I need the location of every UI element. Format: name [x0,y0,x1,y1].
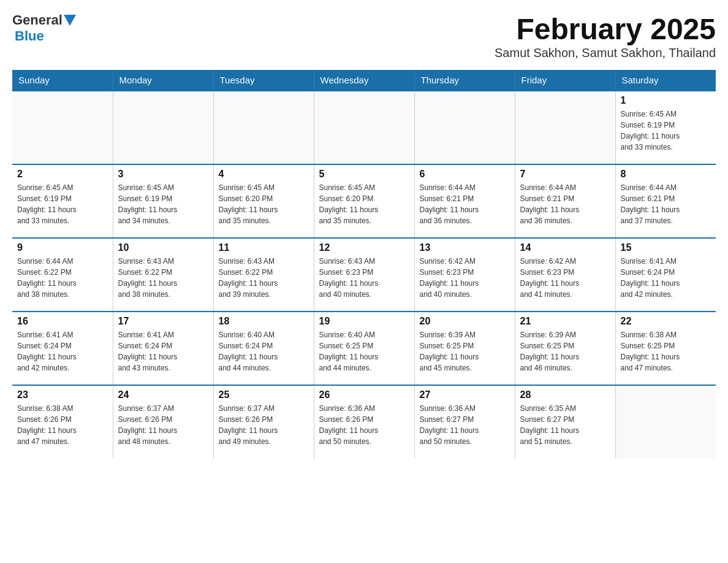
weekday-header-sunday: Sunday [12,70,113,91]
day-info: Sunrise: 6:45 AM Sunset: 6:19 PM Dayligh… [621,109,711,153]
day-cell: 5Sunrise: 6:45 AM Sunset: 6:20 PM Daylig… [314,164,414,238]
day-info: Sunrise: 6:37 AM Sunset: 6:26 PM Dayligh… [118,403,208,447]
day-cell: 11Sunrise: 6:43 AM Sunset: 6:22 PM Dayli… [213,238,314,312]
day-cell: 22Sunrise: 6:38 AM Sunset: 6:25 PM Dayli… [615,312,716,385]
day-info: Sunrise: 6:37 AM Sunset: 6:26 PM Dayligh… [219,403,309,447]
day-number: 10 [118,242,208,253]
day-cell: 19Sunrise: 6:40 AM Sunset: 6:25 PM Dayli… [314,312,414,385]
day-cell: 3Sunrise: 6:45 AM Sunset: 6:19 PM Daylig… [113,164,213,238]
day-number: 19 [319,316,409,327]
day-number: 17 [118,316,208,327]
day-number: 1 [621,95,711,106]
day-number: 18 [219,316,309,327]
day-cell: 12Sunrise: 6:43 AM Sunset: 6:23 PM Dayli… [314,238,414,312]
day-cell: 21Sunrise: 6:39 AM Sunset: 6:25 PM Dayli… [515,312,615,385]
day-cell: 26Sunrise: 6:36 AM Sunset: 6:26 PM Dayli… [314,385,414,459]
day-info: Sunrise: 6:43 AM Sunset: 6:23 PM Dayligh… [319,256,409,300]
day-info: Sunrise: 6:42 AM Sunset: 6:23 PM Dayligh… [520,256,610,300]
day-info: Sunrise: 6:42 AM Sunset: 6:23 PM Dayligh… [420,256,510,300]
day-cell [213,91,314,164]
svg-marker-0 [64,15,76,26]
day-info: Sunrise: 6:39 AM Sunset: 6:25 PM Dayligh… [520,329,610,373]
title-block: February 2025 Samut Sakhon, Samut Sakhon… [495,12,716,60]
day-number: 6 [420,169,510,180]
day-number: 7 [520,169,610,180]
day-cell: 16Sunrise: 6:41 AM Sunset: 6:24 PM Dayli… [12,312,113,385]
week-row-2: 2Sunrise: 6:45 AM Sunset: 6:19 PM Daylig… [12,164,716,238]
day-info: Sunrise: 6:41 AM Sunset: 6:24 PM Dayligh… [118,329,208,373]
day-cell: 1Sunrise: 6:45 AM Sunset: 6:19 PM Daylig… [615,91,716,164]
day-info: Sunrise: 6:36 AM Sunset: 6:27 PM Dayligh… [420,403,510,447]
weekday-header-tuesday: Tuesday [213,70,314,91]
day-number: 25 [219,389,309,400]
weekday-header-thursday: Thursday [414,70,515,91]
day-cell: 8Sunrise: 6:44 AM Sunset: 6:21 PM Daylig… [615,164,716,238]
week-row-3: 9Sunrise: 6:44 AM Sunset: 6:22 PM Daylig… [12,238,716,312]
calendar-header: SundayMondayTuesdayWednesdayThursdayFrid… [12,70,716,91]
day-number: 23 [17,389,108,400]
day-info: Sunrise: 6:38 AM Sunset: 6:26 PM Dayligh… [17,403,108,447]
day-number: 21 [520,316,610,327]
day-cell: 24Sunrise: 6:37 AM Sunset: 6:26 PM Dayli… [113,385,213,459]
page-subtitle: Samut Sakhon, Samut Sakhon, Thailand [495,46,716,60]
day-info: Sunrise: 6:39 AM Sunset: 6:25 PM Dayligh… [420,329,510,373]
logo-blue-text: Blue [15,28,44,44]
weekday-header-friday: Friday [515,70,615,91]
page-header: General Blue February 2025 Samut Sakhon,… [12,12,716,60]
day-cell: 2Sunrise: 6:45 AM Sunset: 6:19 PM Daylig… [12,164,113,238]
day-info: Sunrise: 6:43 AM Sunset: 6:22 PM Dayligh… [118,256,208,300]
weekday-header-saturday: Saturday [615,70,716,91]
day-number: 11 [219,242,309,253]
day-info: Sunrise: 6:43 AM Sunset: 6:22 PM Dayligh… [219,256,309,300]
day-cell: 10Sunrise: 6:43 AM Sunset: 6:22 PM Dayli… [113,238,213,312]
day-cell [615,385,716,459]
day-info: Sunrise: 6:44 AM Sunset: 6:21 PM Dayligh… [420,182,510,226]
day-info: Sunrise: 6:45 AM Sunset: 6:20 PM Dayligh… [319,182,409,226]
day-number: 13 [420,242,510,253]
week-row-5: 23Sunrise: 6:38 AM Sunset: 6:26 PM Dayli… [12,385,716,459]
logo-triangle-icon [64,15,76,26]
day-number: 4 [219,169,309,180]
day-cell: 13Sunrise: 6:42 AM Sunset: 6:23 PM Dayli… [414,238,515,312]
day-info: Sunrise: 6:35 AM Sunset: 6:27 PM Dayligh… [520,403,610,447]
day-cell [314,91,414,164]
week-row-4: 16Sunrise: 6:41 AM Sunset: 6:24 PM Dayli… [12,312,716,385]
calendar-body: 1Sunrise: 6:45 AM Sunset: 6:19 PM Daylig… [12,91,716,459]
day-info: Sunrise: 6:40 AM Sunset: 6:25 PM Dayligh… [319,329,409,373]
day-info: Sunrise: 6:41 AM Sunset: 6:24 PM Dayligh… [17,329,108,373]
day-info: Sunrise: 6:44 AM Sunset: 6:21 PM Dayligh… [520,182,610,226]
day-cell: 18Sunrise: 6:40 AM Sunset: 6:24 PM Dayli… [213,312,314,385]
day-cell: 25Sunrise: 6:37 AM Sunset: 6:26 PM Dayli… [213,385,314,459]
day-number: 15 [621,242,711,253]
weekday-header-row: SundayMondayTuesdayWednesdayThursdayFrid… [12,70,716,91]
day-number: 14 [520,242,610,253]
day-cell: 27Sunrise: 6:36 AM Sunset: 6:27 PM Dayli… [414,385,515,459]
day-number: 8 [621,169,711,180]
day-cell: 15Sunrise: 6:41 AM Sunset: 6:24 PM Dayli… [615,238,716,312]
day-info: Sunrise: 6:44 AM Sunset: 6:21 PM Dayligh… [621,182,711,226]
day-cell: 4Sunrise: 6:45 AM Sunset: 6:20 PM Daylig… [213,164,314,238]
day-number: 5 [319,169,409,180]
day-cell: 9Sunrise: 6:44 AM Sunset: 6:22 PM Daylig… [12,238,113,312]
day-info: Sunrise: 6:38 AM Sunset: 6:25 PM Dayligh… [621,329,711,373]
day-number: 26 [319,389,409,400]
day-cell [113,91,213,164]
day-info: Sunrise: 6:45 AM Sunset: 6:19 PM Dayligh… [17,182,108,226]
day-number: 12 [319,242,409,253]
day-cell [12,91,113,164]
day-cell: 23Sunrise: 6:38 AM Sunset: 6:26 PM Dayli… [12,385,113,459]
day-number: 16 [17,316,108,327]
day-info: Sunrise: 6:45 AM Sunset: 6:19 PM Dayligh… [118,182,208,226]
weekday-header-wednesday: Wednesday [314,70,414,91]
day-cell [414,91,515,164]
day-cell: 17Sunrise: 6:41 AM Sunset: 6:24 PM Dayli… [113,312,213,385]
day-number: 22 [621,316,711,327]
logo-general-text: General [12,12,63,28]
week-row-1: 1Sunrise: 6:45 AM Sunset: 6:19 PM Daylig… [12,91,716,164]
day-number: 20 [420,316,510,327]
day-info: Sunrise: 6:44 AM Sunset: 6:22 PM Dayligh… [17,256,108,300]
day-info: Sunrise: 6:36 AM Sunset: 6:26 PM Dayligh… [319,403,409,447]
day-number: 2 [17,169,108,180]
day-cell: 14Sunrise: 6:42 AM Sunset: 6:23 PM Dayli… [515,238,615,312]
weekday-header-monday: Monday [113,70,213,91]
